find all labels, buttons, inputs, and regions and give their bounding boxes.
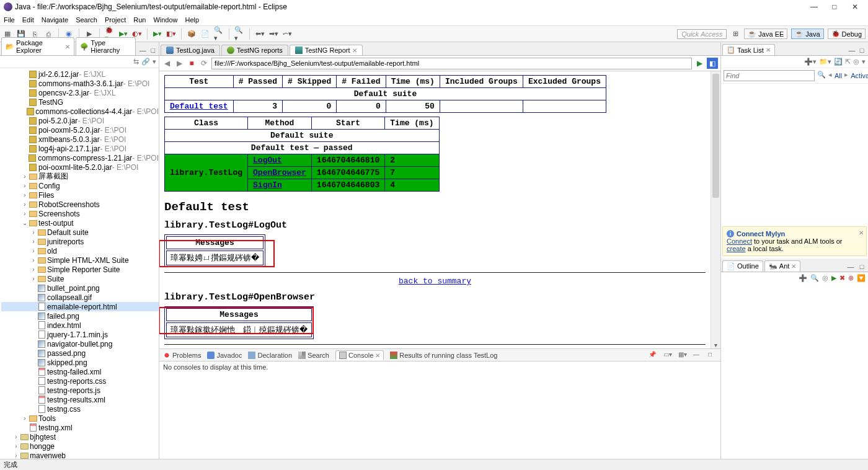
tab-console[interactable]: Console ✕ (335, 350, 384, 360)
minimize-icon[interactable]: — (847, 45, 857, 55)
go-icon[interactable]: ▶ (694, 58, 704, 68)
tree-item[interactable]: index.html (1, 321, 159, 330)
tree-item[interactable]: ›mavenweb (1, 451, 159, 459)
forward-nav-icon[interactable]: ➡▾ (268, 29, 278, 39)
test-link[interactable]: Default test (165, 100, 234, 113)
scroll-down-icon[interactable]: ▾ (711, 342, 720, 348)
maximize-icon[interactable]: □ (857, 45, 867, 55)
perspective-debug[interactable]: 🐞 Debug (828, 29, 866, 39)
tree-item[interactable]: ›Simple HTML-XML Suite (1, 255, 159, 265)
method-link[interactable]: OpenBrowser (248, 167, 312, 179)
tree-item[interactable]: ›RobotScreenshots (1, 200, 159, 209)
tree-item[interactable]: ⌄test-output (1, 218, 159, 228)
categorize-icon[interactable]: 📁▾ (819, 58, 831, 66)
open-type-icon[interactable]: 🔍▾ (214, 29, 224, 39)
collapse-icon[interactable]: ⇱ (845, 58, 851, 66)
focus-icon[interactable]: ◎ (853, 58, 859, 66)
tree-item[interactable]: emailable-report.html (1, 302, 159, 311)
maximize-icon[interactable]: □ (708, 351, 717, 360)
prev-icon[interactable]: ◂ (828, 71, 832, 81)
close-banner-icon[interactable]: ✕ (859, 229, 864, 236)
last-edit-icon[interactable]: ⤺▾ (282, 29, 292, 39)
tree-item[interactable]: testng-reports.js (1, 386, 159, 395)
menu-project[interactable]: Project (105, 16, 126, 24)
menu-help[interactable]: Help (185, 16, 200, 24)
nav-forward-icon[interactable]: ▶ (174, 58, 184, 68)
search-buildfile-icon[interactable]: 🔍 (810, 274, 819, 282)
menu-navigate[interactable]: Navigate (42, 16, 68, 24)
new-class-icon[interactable]: 📄 (200, 29, 210, 39)
method-link[interactable]: SignIn (248, 179, 312, 192)
next-icon[interactable]: ▸ (844, 71, 848, 81)
tree-item[interactable]: testng-results.xml (1, 395, 159, 404)
maximize-icon[interactable]: □ (857, 262, 867, 272)
tree-item[interactable]: jquery-1.7.1.min.js (1, 330, 159, 339)
tree-item[interactable]: testng.xml (1, 423, 159, 432)
link-editor-icon[interactable]: 🔗 (141, 58, 150, 66)
tree-item[interactable]: log4j-api-2.17.1.jar - E:\POI (1, 144, 159, 153)
method-link[interactable]: LogOut (248, 154, 312, 167)
tree-item[interactable]: poi-ooxml-5.2.0.jar - E:\POI (1, 125, 159, 135)
tree-item[interactable]: ›Default suite (1, 228, 159, 237)
sync-icon[interactable]: 🔄 (834, 58, 843, 66)
tree-item[interactable]: commons-compress-1.21.jar - E:\POI (1, 153, 159, 162)
tree-item[interactable]: ›Simple Reporter Suite (1, 265, 159, 274)
menu-edit[interactable]: Edit (22, 16, 34, 24)
tree-item[interactable]: opencsv-2.3.jar - E:\JXL (1, 88, 159, 97)
tree-item[interactable]: jxl-2.6.12.jar - E:\JXL (1, 69, 159, 79)
package-tree[interactable]: jxl-2.6.12.jar - E:\JXLcommons-math3-3.6… (0, 68, 159, 459)
editor-tab[interactable]: TestNG Report ✕ (290, 45, 363, 55)
menu-window[interactable]: Window (153, 16, 177, 24)
minimize-pane-icon[interactable]: — (138, 45, 148, 55)
close-button[interactable]: ✕ (846, 2, 864, 11)
maximize-button[interactable]: □ (825, 2, 844, 11)
tab-javadoc[interactable]: Javadoc (207, 352, 242, 359)
pin-console-icon[interactable]: 📌 (649, 351, 657, 360)
new-task-icon[interactable]: ➕▾ (804, 58, 817, 66)
tree-item[interactable]: commons-math3-3.6.1.jar - E:\POI (1, 79, 159, 88)
tree-item[interactable]: ›junitreports (1, 237, 159, 246)
tree-item[interactable]: poi-ooxml-lite-5.2.0.jar - E:\POI (1, 162, 159, 172)
back-to-summary-link[interactable]: back to summary (399, 277, 471, 286)
create-link[interactable]: create (727, 245, 746, 252)
tree-item[interactable]: xmlbeans-5.0.3.jar - E:\POI (1, 135, 159, 144)
quick-access-input[interactable]: Quick Access (677, 29, 727, 39)
tree-item[interactable]: testng-failed.xml (1, 367, 159, 376)
toggle-render-icon[interactable]: ◧ (707, 58, 718, 69)
tree-item[interactable]: failed.png (1, 311, 159, 321)
tree-item[interactable]: ›hongge (1, 441, 159, 451)
remove-all-icon[interactable]: ⊗ (848, 274, 854, 282)
activate-link[interactable]: Activate... (851, 72, 868, 79)
minimize-button[interactable]: — (805, 2, 823, 11)
minimize-icon[interactable]: — (693, 351, 702, 360)
view-menu-icon[interactable]: ▾ (153, 58, 156, 66)
tab-declaration[interactable]: Declaration (248, 352, 292, 359)
tree-item[interactable]: ›bjhgtest (1, 432, 159, 441)
address-input[interactable] (211, 58, 692, 69)
maximize-pane-icon[interactable]: □ (148, 45, 157, 55)
search-icon[interactable]: 🔍 (817, 71, 826, 81)
add-buildfile-icon[interactable]: ➕ (799, 274, 807, 282)
tab-outline[interactable]: 📄 Outline (722, 260, 763, 272)
tab-results[interactable]: Results of running class TestLog (390, 352, 497, 359)
tree-item[interactable]: ›Tools (1, 414, 159, 423)
remove-icon[interactable]: ✖ (839, 274, 845, 282)
tab-package-explorer[interactable]: 📂 Package Explorer ✕ (1, 37, 74, 55)
ext-tools-icon[interactable]: ◧▾ (166, 29, 176, 39)
tree-item[interactable]: testng-reports.css (1, 376, 159, 386)
back-nav-icon[interactable]: ⬅▾ (255, 29, 265, 39)
all-link[interactable]: All (835, 72, 842, 79)
vertical-scrollbar[interactable]: ▴ ▾ (711, 71, 720, 348)
run-target-icon[interactable]: ▶ (831, 274, 836, 282)
tab-type-hierarchy[interactable]: 🌳 Type Hierarchy (76, 37, 136, 55)
tab-ant[interactable]: 🐜 Ant ✕ (764, 260, 801, 272)
tree-item[interactable]: commons-collections4-4.4.jar - E:\POI (1, 107, 159, 116)
tree-item[interactable]: poi-5.2.0.jar - E:\POI (1, 116, 159, 125)
menu-run[interactable]: Run (133, 16, 146, 24)
tree-item[interactable]: passed.png (1, 348, 159, 358)
menu-icon[interactable]: ▾ (862, 58, 866, 66)
open-perspective-icon[interactable]: ⊞ (730, 29, 740, 39)
nav-stop-icon[interactable]: ■ (187, 58, 197, 68)
tree-item[interactable]: navigator-bullet.png (1, 339, 159, 348)
tree-item[interactable]: testng.css (1, 404, 159, 414)
